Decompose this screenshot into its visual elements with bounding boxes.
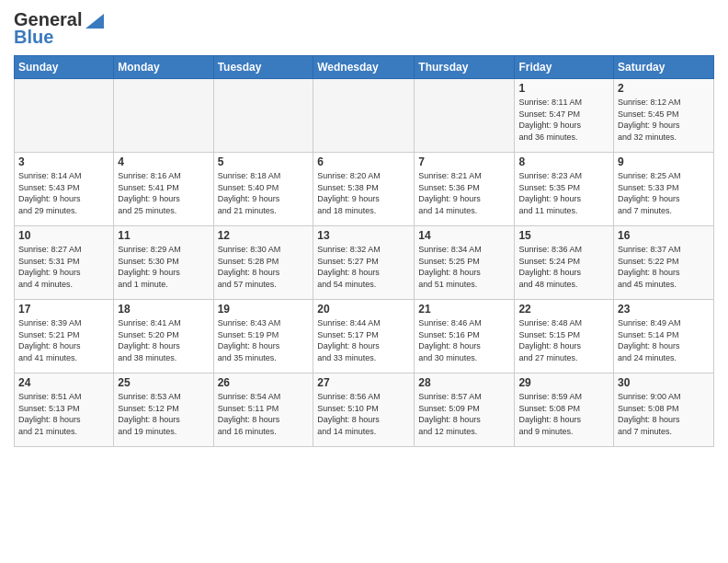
day-number: 27 xyxy=(317,376,410,389)
weekday-header-tuesday: Tuesday xyxy=(213,56,313,79)
calendar-cell: 4Sunrise: 8:16 AM Sunset: 5:41 PM Daylig… xyxy=(114,153,213,226)
calendar-cell: 19Sunrise: 8:43 AM Sunset: 5:19 PM Dayli… xyxy=(213,300,313,373)
day-info: Sunrise: 8:56 AM Sunset: 5:10 PM Dayligh… xyxy=(317,391,410,437)
calendar-cell: 3Sunrise: 8:14 AM Sunset: 5:43 PM Daylig… xyxy=(15,153,114,226)
day-info: Sunrise: 8:39 AM Sunset: 5:21 PM Dayligh… xyxy=(18,317,109,363)
calendar-cell: 14Sunrise: 8:34 AM Sunset: 5:25 PM Dayli… xyxy=(415,226,515,300)
day-info: Sunrise: 8:51 AM Sunset: 5:13 PM Dayligh… xyxy=(18,391,109,437)
calendar-table: SundayMondayTuesdayWednesdayThursdayFrid… xyxy=(14,55,714,447)
page-container: General Blue SundayMondayTuesdayWednesda… xyxy=(0,0,728,456)
day-info: Sunrise: 8:44 AM Sunset: 5:17 PM Dayligh… xyxy=(317,317,410,363)
calendar-cell: 23Sunrise: 8:49 AM Sunset: 5:14 PM Dayli… xyxy=(614,300,714,373)
day-info: Sunrise: 8:18 AM Sunset: 5:40 PM Dayligh… xyxy=(218,170,310,216)
header: General Blue xyxy=(14,9,714,48)
day-info: Sunrise: 8:37 AM Sunset: 5:22 PM Dayligh… xyxy=(618,244,710,290)
calendar-cell: 11Sunrise: 8:29 AM Sunset: 5:30 PM Dayli… xyxy=(114,226,213,300)
calendar-cell: 12Sunrise: 8:30 AM Sunset: 5:28 PM Dayli… xyxy=(213,226,313,300)
day-info: Sunrise: 8:21 AM Sunset: 5:36 PM Dayligh… xyxy=(418,170,510,216)
day-number: 30 xyxy=(618,376,710,389)
day-number: 4 xyxy=(118,155,209,168)
calendar-week-4: 17Sunrise: 8:39 AM Sunset: 5:21 PM Dayli… xyxy=(15,300,714,373)
day-info: Sunrise: 8:49 AM Sunset: 5:14 PM Dayligh… xyxy=(618,317,710,363)
day-number: 29 xyxy=(518,376,609,389)
day-number: 22 xyxy=(518,303,609,316)
day-number: 5 xyxy=(218,155,310,168)
calendar-cell: 7Sunrise: 8:21 AM Sunset: 5:36 PM Daylig… xyxy=(415,153,515,226)
calendar-cell: 20Sunrise: 8:44 AM Sunset: 5:17 PM Dayli… xyxy=(313,300,415,373)
weekday-header-wednesday: Wednesday xyxy=(313,56,415,79)
day-number: 15 xyxy=(518,229,609,242)
day-info: Sunrise: 8:48 AM Sunset: 5:15 PM Dayligh… xyxy=(518,317,609,363)
calendar-cell: 18Sunrise: 8:41 AM Sunset: 5:20 PM Dayli… xyxy=(114,300,213,373)
day-number: 11 xyxy=(118,229,209,242)
calendar-cell: 8Sunrise: 8:23 AM Sunset: 5:35 PM Daylig… xyxy=(515,153,614,226)
weekday-header-row: SundayMondayTuesdayWednesdayThursdayFrid… xyxy=(15,56,714,79)
day-info: Sunrise: 8:59 AM Sunset: 5:08 PM Dayligh… xyxy=(518,391,609,437)
calendar-cell xyxy=(15,79,114,153)
day-number: 14 xyxy=(418,229,510,242)
day-info: Sunrise: 8:43 AM Sunset: 5:19 PM Dayligh… xyxy=(218,317,310,363)
calendar-cell xyxy=(313,79,415,153)
day-number: 9 xyxy=(618,155,710,168)
calendar-cell: 30Sunrise: 9:00 AM Sunset: 5:08 PM Dayli… xyxy=(614,373,714,447)
calendar-cell: 26Sunrise: 8:54 AM Sunset: 5:11 PM Dayli… xyxy=(213,373,313,447)
calendar-cell: 2Sunrise: 8:12 AM Sunset: 5:45 PM Daylig… xyxy=(614,79,714,153)
calendar-cell: 16Sunrise: 8:37 AM Sunset: 5:22 PM Dayli… xyxy=(614,226,714,300)
day-info: Sunrise: 8:11 AM Sunset: 5:47 PM Dayligh… xyxy=(518,97,609,143)
calendar-cell xyxy=(114,79,213,153)
day-number: 24 xyxy=(18,376,109,389)
day-number: 1 xyxy=(518,82,609,95)
day-info: Sunrise: 8:20 AM Sunset: 5:38 PM Dayligh… xyxy=(317,170,410,216)
calendar-cell: 22Sunrise: 8:48 AM Sunset: 5:15 PM Dayli… xyxy=(515,300,614,373)
day-info: Sunrise: 8:34 AM Sunset: 5:25 PM Dayligh… xyxy=(418,244,510,290)
weekday-header-saturday: Saturday xyxy=(614,56,714,79)
calendar-week-2: 3Sunrise: 8:14 AM Sunset: 5:43 PM Daylig… xyxy=(15,153,714,226)
day-info: Sunrise: 8:29 AM Sunset: 5:30 PM Dayligh… xyxy=(118,244,209,290)
day-info: Sunrise: 8:27 AM Sunset: 5:31 PM Dayligh… xyxy=(18,244,109,290)
day-info: Sunrise: 8:23 AM Sunset: 5:35 PM Dayligh… xyxy=(518,170,609,216)
calendar-cell: 27Sunrise: 8:56 AM Sunset: 5:10 PM Dayli… xyxy=(313,373,415,447)
day-info: Sunrise: 8:14 AM Sunset: 5:43 PM Dayligh… xyxy=(18,170,109,216)
day-info: Sunrise: 8:54 AM Sunset: 5:11 PM Dayligh… xyxy=(218,391,310,437)
day-number: 16 xyxy=(618,229,710,242)
calendar-cell: 13Sunrise: 8:32 AM Sunset: 5:27 PM Dayli… xyxy=(313,226,415,300)
day-number: 19 xyxy=(218,303,310,316)
day-number: 21 xyxy=(418,303,510,316)
day-number: 28 xyxy=(418,376,510,389)
calendar-cell xyxy=(213,79,313,153)
calendar-cell: 9Sunrise: 8:25 AM Sunset: 5:33 PM Daylig… xyxy=(614,153,714,226)
calendar-cell: 25Sunrise: 8:53 AM Sunset: 5:12 PM Dayli… xyxy=(114,373,213,447)
day-number: 7 xyxy=(418,155,510,168)
day-number: 26 xyxy=(218,376,310,389)
day-info: Sunrise: 8:16 AM Sunset: 5:41 PM Dayligh… xyxy=(118,170,209,216)
day-number: 17 xyxy=(18,303,109,316)
day-number: 12 xyxy=(218,229,310,242)
calendar-cell: 28Sunrise: 8:57 AM Sunset: 5:09 PM Dayli… xyxy=(415,373,515,447)
day-number: 13 xyxy=(317,229,410,242)
day-number: 2 xyxy=(618,82,710,95)
day-number: 6 xyxy=(317,155,410,168)
day-info: Sunrise: 8:36 AM Sunset: 5:24 PM Dayligh… xyxy=(518,244,609,290)
day-info: Sunrise: 8:41 AM Sunset: 5:20 PM Dayligh… xyxy=(118,317,209,363)
calendar-cell: 1Sunrise: 8:11 AM Sunset: 5:47 PM Daylig… xyxy=(515,79,614,153)
day-number: 10 xyxy=(18,229,109,242)
day-info: Sunrise: 8:46 AM Sunset: 5:16 PM Dayligh… xyxy=(418,317,510,363)
day-info: Sunrise: 9:00 AM Sunset: 5:08 PM Dayligh… xyxy=(618,391,710,437)
logo-icon xyxy=(84,10,104,30)
day-info: Sunrise: 8:57 AM Sunset: 5:09 PM Dayligh… xyxy=(418,391,510,437)
weekday-header-thursday: Thursday xyxy=(415,56,515,79)
day-info: Sunrise: 8:53 AM Sunset: 5:12 PM Dayligh… xyxy=(118,391,209,437)
day-info: Sunrise: 8:32 AM Sunset: 5:27 PM Dayligh… xyxy=(317,244,410,290)
day-number: 18 xyxy=(118,303,209,316)
logo-text-blue: Blue xyxy=(14,27,53,48)
calendar-cell: 6Sunrise: 8:20 AM Sunset: 5:38 PM Daylig… xyxy=(313,153,415,226)
svg-marker-0 xyxy=(85,14,104,29)
calendar-week-5: 24Sunrise: 8:51 AM Sunset: 5:13 PM Dayli… xyxy=(15,373,714,447)
calendar-cell: 21Sunrise: 8:46 AM Sunset: 5:16 PM Dayli… xyxy=(415,300,515,373)
day-number: 3 xyxy=(18,155,109,168)
day-number: 25 xyxy=(118,376,209,389)
calendar-cell: 5Sunrise: 8:18 AM Sunset: 5:40 PM Daylig… xyxy=(213,153,313,226)
calendar-cell: 10Sunrise: 8:27 AM Sunset: 5:31 PM Dayli… xyxy=(15,226,114,300)
weekday-header-sunday: Sunday xyxy=(15,56,114,79)
calendar-week-3: 10Sunrise: 8:27 AM Sunset: 5:31 PM Dayli… xyxy=(15,226,714,300)
